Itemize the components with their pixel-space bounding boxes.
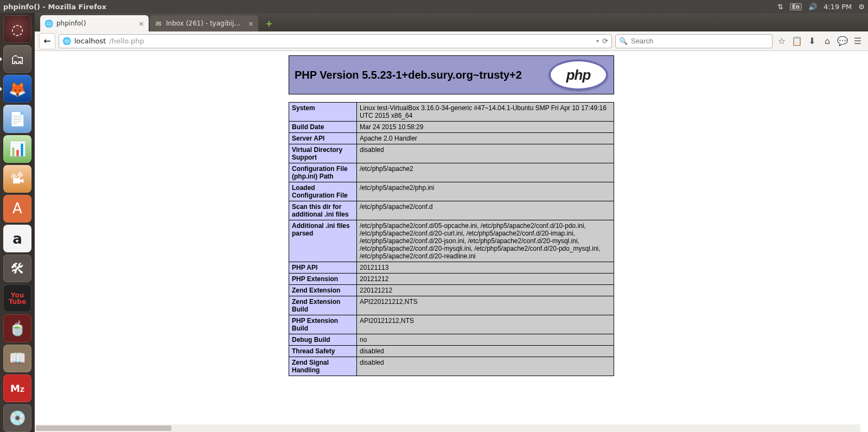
disk-icon: 💿 [9,410,26,426]
folder-icon: 🗂 [10,51,24,67]
phpinfo-row: Additional .ini files parsed/etc/php5/ap… [289,220,614,262]
plus-icon: ＋ [264,17,274,30]
phpinfo-key: PHP Extension Build [289,315,357,334]
phpinfo-row: PHP API20121113 [289,262,614,274]
phpinfo-value: API220121212,NTS [357,296,614,315]
phpinfo-row: Server APIApache 2.0 Handler [289,133,614,144]
launcher-disk[interactable]: 💿 [3,404,31,432]
phpinfo-value: 20121212 [357,274,614,285]
phpinfo-row: Configuration File (php.ini) Path/etc/ph… [289,163,614,182]
gear-wrench-icon: 🛠 [10,261,24,277]
browser-tab-active[interactable]: 🌐 phpinfo() × [40,15,149,31]
phpinfo-key: PHP API [289,262,357,274]
phpinfo-value: /etc/php5/apache2/php.ini [357,182,614,201]
phpinfo-row: Loaded Configuration File/etc/php5/apach… [289,182,614,201]
youtube-icon: YouTube [9,292,26,305]
phpinfo-value: API20121212,NTS [357,315,614,334]
session-gear-icon[interactable]: ⚙ [858,3,865,11]
document-text-icon: 📄 [9,111,26,127]
launcher-libreoffice-impress[interactable]: 📽 [3,165,31,193]
firefox-icon: 🦊 [9,81,26,97]
phpinfo-value: /etc/php5/apache2/conf.d/05-opcache.ini,… [357,220,614,262]
reload-icon[interactable]: ⟳ [602,37,608,45]
content-scroll[interactable]: PHP Version 5.5.23-1+deb.sury.org~trusty… [35,51,868,432]
chat-icon[interactable]: 💬 [837,36,848,46]
ubuntu-swirl-icon: ◌ [11,21,24,37]
url-host: localhost [74,37,106,45]
content-area: PHP Version 5.5.23-1+deb.sury.org~trusty… [35,51,868,432]
scrollbar-thumb[interactable] [36,425,171,431]
back-button[interactable]: ← [39,33,55,49]
launcher-dictionary[interactable]: 📖 [3,345,31,372]
phpinfo-row: Debug Buildno [289,334,614,346]
phpinfo-value: no [357,334,614,346]
phpinfo-value: Apache 2.0 Handler [357,133,614,144]
phpinfo-value: disabled [357,346,614,357]
firefox-window: 🌐 phpinfo() × ✉ Inbox (261) - tyagibij… … [35,13,868,432]
network-indicator-icon[interactable]: ⇅ [777,3,783,11]
phpinfo-value: /etc/php5/apache2 [357,163,614,182]
phpinfo-key: Virtual Directory Support [289,144,357,163]
clipboard-icon[interactable]: 📋 [791,36,803,46]
bookmark-star-icon[interactable]: ☆ [776,36,788,46]
phpinfo-row: Zend Extension220121212 [289,285,614,296]
phpinfo-key: System [289,103,357,122]
phpinfo-key: PHP Extension [289,274,357,285]
launcher-files[interactable]: 🗂 [3,45,31,73]
globe-icon: 🌐 [62,37,71,45]
launcher-libreoffice-calc[interactable]: 📊 [3,135,31,163]
phpinfo-key: Build Date [289,122,357,133]
phpinfo-value: 20121113 [357,262,614,274]
launcher-firefox[interactable]: 🦊 [3,75,31,103]
phpinfo-row: Build DateMar 24 2015 10:58:29 [289,122,614,133]
tab-title: Inbox (261) - tyagibij… [166,20,245,27]
php-logo: php [548,59,608,91]
horizontal-scrollbar[interactable] [35,424,860,432]
phpinfo-row: Virtual Directory Supportdisabled [289,144,614,163]
phpinfo-row: PHP Extension20121212 [289,274,614,285]
tab-close-icon[interactable]: × [138,20,144,28]
window-title: phpinfo() - Mozilla Firefox [3,3,106,11]
launcher-libreoffice-writer[interactable]: 📄 [3,105,31,132]
tab-close-icon[interactable]: × [248,20,254,28]
phpinfo-row: Zend Extension BuildAPI220121212,NTS [289,296,614,315]
search-input[interactable] [631,37,769,45]
phpinfo-value: disabled [357,144,614,163]
launcher-system-settings[interactable]: 🛠 [3,255,31,282]
teapot-icon: 🍵 [9,320,26,336]
keyboard-layout-indicator[interactable]: En [790,3,802,10]
phpinfo-key: Zend Signal Handling [289,357,357,376]
menu-icon[interactable]: ☰ [852,36,864,46]
launcher-ubuntu-software[interactable]: A [3,195,31,223]
phpinfo-key: Zend Extension Build [289,296,357,315]
phpinfo-row: Zend Signal Handlingdisabled [289,357,614,376]
url-path: /hello.php [109,37,144,45]
url-bar[interactable]: 🌐 localhost/hello.php ▾ ⟳ [59,34,612,48]
page-favicon-icon: 🌐 [44,19,53,28]
search-bar[interactable]: 🔍 [615,34,773,48]
shopping-bag-icon: A [12,200,22,217]
launcher-youtube[interactable]: YouTube [3,284,31,312]
search-icon: 🔍 [619,37,628,45]
book-icon: 📖 [9,350,26,366]
phpinfo-value: /etc/php5/apache2/conf.d [357,201,614,220]
phpinfo-key: Additional .ini files parsed [289,220,357,262]
phpinfo-row: PHP Extension BuildAPI20121212,NTS [289,315,614,334]
tab-title: phpinfo() [56,20,135,27]
url-dropdown-icon[interactable]: ▾ [596,38,599,44]
arrow-left-icon: ← [43,36,50,46]
launcher-dash[interactable]: ◌ [3,15,31,43]
phpinfo-row: Scan this dir for additional .ini files/… [289,201,614,220]
phpinfo-key: Configuration File (php.ini) Path [289,163,357,182]
clock[interactable]: 4:19 PM [824,3,852,11]
browser-tab-inactive[interactable]: ✉ Inbox (261) - tyagibij… × [150,15,258,31]
launcher-tea[interactable]: 🍵 [3,314,31,342]
unity-launcher: ◌ 🗂 🦊 📄 📊 📽 A a 🛠 YouTube 🍵 📖 MZ 💿 [0,13,35,432]
sound-indicator-icon[interactable]: 🔊 [808,3,817,11]
launcher-amazon[interactable]: a [3,225,31,252]
downloads-icon[interactable]: ⬇ [806,36,818,46]
home-icon[interactable]: ⌂ [821,36,833,46]
launcher-mz[interactable]: MZ [3,374,31,402]
phpinfo-key: Thread Safety [289,346,357,357]
new-tab-button[interactable]: ＋ [263,17,276,30]
